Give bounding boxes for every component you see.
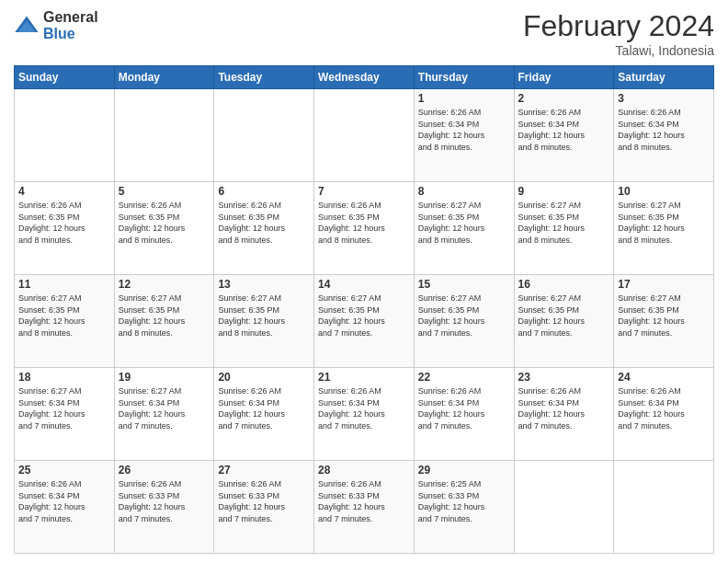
subtitle: Talawi, Indonesia <box>523 43 714 58</box>
day-info: Sunrise: 6:26 AM Sunset: 6:34 PM Dayligh… <box>418 107 510 153</box>
calendar-week-row: 4Sunrise: 6:26 AM Sunset: 6:35 PM Daylig… <box>15 182 714 275</box>
calendar-cell: 14Sunrise: 6:27 AM Sunset: 6:35 PM Dayli… <box>314 275 415 368</box>
calendar-week-row: 25Sunrise: 6:26 AM Sunset: 6:34 PM Dayli… <box>15 461 714 554</box>
day-number: 24 <box>618 371 710 384</box>
day-info: Sunrise: 6:27 AM Sunset: 6:35 PM Dayligh… <box>618 293 710 339</box>
day-number: 5 <box>119 185 210 198</box>
calendar-cell: 6Sunrise: 6:26 AM Sunset: 6:35 PM Daylig… <box>214 182 314 275</box>
calendar-cell: 16Sunrise: 6:27 AM Sunset: 6:35 PM Dayli… <box>514 275 614 368</box>
calendar-cell: 21Sunrise: 6:26 AM Sunset: 6:34 PM Dayli… <box>314 368 415 461</box>
day-info: Sunrise: 6:27 AM Sunset: 6:35 PM Dayligh… <box>18 293 110 339</box>
calendar-cell <box>314 89 415 182</box>
day-info: Sunrise: 6:26 AM Sunset: 6:35 PM Dayligh… <box>218 200 310 246</box>
calendar-day-header: Friday <box>514 66 614 89</box>
logo-blue-text: Blue <box>43 26 98 42</box>
calendar-week-row: 1Sunrise: 6:26 AM Sunset: 6:34 PM Daylig… <box>15 89 714 182</box>
calendar-day-header: Wednesday <box>314 66 415 89</box>
day-info: Sunrise: 6:26 AM Sunset: 6:34 PM Dayligh… <box>618 385 710 431</box>
calendar-cell <box>214 89 314 182</box>
calendar-day-header: Sunday <box>15 66 115 89</box>
day-number: 11 <box>18 278 110 291</box>
calendar-cell <box>614 461 714 554</box>
calendar-cell: 1Sunrise: 6:26 AM Sunset: 6:34 PM Daylig… <box>414 89 514 182</box>
day-info: Sunrise: 6:26 AM Sunset: 6:34 PM Dayligh… <box>418 385 510 431</box>
title-block: February 2024 Talawi, Indonesia <box>523 9 714 58</box>
calendar-cell: 13Sunrise: 6:27 AM Sunset: 6:35 PM Dayli… <box>214 275 314 368</box>
header: General Blue February 2024 Talawi, Indon… <box>14 9 714 58</box>
day-number: 19 <box>119 371 210 384</box>
day-number: 21 <box>318 371 410 384</box>
calendar-cell: 25Sunrise: 6:26 AM Sunset: 6:34 PM Dayli… <box>15 461 115 554</box>
day-info: Sunrise: 6:27 AM Sunset: 6:35 PM Dayligh… <box>518 293 610 339</box>
calendar-cell: 26Sunrise: 6:26 AM Sunset: 6:33 PM Dayli… <box>114 461 214 554</box>
logo-icon <box>14 13 40 39</box>
calendar-day-header: Thursday <box>414 66 514 89</box>
day-number: 29 <box>418 464 510 477</box>
calendar-cell: 27Sunrise: 6:26 AM Sunset: 6:33 PM Dayli… <box>214 461 314 554</box>
page: General Blue February 2024 Talawi, Indon… <box>0 0 728 563</box>
day-info: Sunrise: 6:27 AM Sunset: 6:35 PM Dayligh… <box>318 293 410 339</box>
main-title: February 2024 <box>523 9 714 43</box>
calendar-cell: 8Sunrise: 6:27 AM Sunset: 6:35 PM Daylig… <box>414 182 514 275</box>
day-info: Sunrise: 6:26 AM Sunset: 6:34 PM Dayligh… <box>518 107 610 153</box>
calendar-cell: 9Sunrise: 6:27 AM Sunset: 6:35 PM Daylig… <box>514 182 614 275</box>
calendar-cell: 23Sunrise: 6:26 AM Sunset: 6:34 PM Dayli… <box>514 368 614 461</box>
calendar-day-header: Monday <box>114 66 214 89</box>
day-number: 12 <box>119 278 210 291</box>
day-info: Sunrise: 6:27 AM Sunset: 6:35 PM Dayligh… <box>518 200 610 246</box>
day-number: 3 <box>618 92 710 105</box>
day-info: Sunrise: 6:26 AM Sunset: 6:34 PM Dayligh… <box>218 385 310 431</box>
day-info: Sunrise: 6:26 AM Sunset: 6:35 PM Dayligh… <box>18 200 110 246</box>
day-number: 22 <box>418 371 510 384</box>
day-info: Sunrise: 6:26 AM Sunset: 6:33 PM Dayligh… <box>119 478 210 524</box>
day-number: 25 <box>18 464 110 477</box>
day-info: Sunrise: 6:26 AM Sunset: 6:34 PM Dayligh… <box>18 478 110 524</box>
day-number: 4 <box>18 185 110 198</box>
calendar-cell <box>15 89 115 182</box>
calendar-cell: 15Sunrise: 6:27 AM Sunset: 6:35 PM Dayli… <box>414 275 514 368</box>
day-number: 14 <box>318 278 410 291</box>
calendar-cell: 19Sunrise: 6:27 AM Sunset: 6:34 PM Dayli… <box>114 368 214 461</box>
day-number: 26 <box>119 464 210 477</box>
calendar-cell <box>114 89 214 182</box>
calendar-cell: 28Sunrise: 6:26 AM Sunset: 6:33 PM Dayli… <box>314 461 415 554</box>
day-number: 13 <box>218 278 310 291</box>
calendar-cell: 10Sunrise: 6:27 AM Sunset: 6:35 PM Dayli… <box>614 182 714 275</box>
calendar-cell: 7Sunrise: 6:26 AM Sunset: 6:35 PM Daylig… <box>314 182 415 275</box>
day-info: Sunrise: 6:25 AM Sunset: 6:33 PM Dayligh… <box>418 478 510 524</box>
calendar-week-row: 11Sunrise: 6:27 AM Sunset: 6:35 PM Dayli… <box>15 275 714 368</box>
day-info: Sunrise: 6:27 AM Sunset: 6:35 PM Dayligh… <box>418 293 510 339</box>
day-number: 17 <box>618 278 710 291</box>
calendar-table: SundayMondayTuesdayWednesdayThursdayFrid… <box>14 65 714 554</box>
day-info: Sunrise: 6:26 AM Sunset: 6:35 PM Dayligh… <box>119 200 210 246</box>
calendar-cell: 2Sunrise: 6:26 AM Sunset: 6:34 PM Daylig… <box>514 89 614 182</box>
calendar-cell: 5Sunrise: 6:26 AM Sunset: 6:35 PM Daylig… <box>114 182 214 275</box>
day-info: Sunrise: 6:27 AM Sunset: 6:34 PM Dayligh… <box>18 385 110 431</box>
calendar-day-header: Saturday <box>614 66 714 89</box>
day-number: 1 <box>418 92 510 105</box>
calendar-cell: 22Sunrise: 6:26 AM Sunset: 6:34 PM Dayli… <box>414 368 514 461</box>
day-info: Sunrise: 6:26 AM Sunset: 6:35 PM Dayligh… <box>318 200 410 246</box>
calendar-cell: 3Sunrise: 6:26 AM Sunset: 6:34 PM Daylig… <box>614 89 714 182</box>
day-number: 20 <box>218 371 310 384</box>
day-number: 28 <box>318 464 410 477</box>
day-number: 6 <box>218 185 310 198</box>
day-number: 2 <box>518 92 610 105</box>
day-number: 8 <box>418 185 510 198</box>
calendar-day-header: Tuesday <box>214 66 314 89</box>
day-info: Sunrise: 6:26 AM Sunset: 6:34 PM Dayligh… <box>518 385 610 431</box>
day-number: 18 <box>18 371 110 384</box>
day-info: Sunrise: 6:26 AM Sunset: 6:33 PM Dayligh… <box>218 478 310 524</box>
day-number: 15 <box>418 278 510 291</box>
calendar-week-row: 18Sunrise: 6:27 AM Sunset: 6:34 PM Dayli… <box>15 368 714 461</box>
day-number: 10 <box>618 185 710 198</box>
calendar-cell: 29Sunrise: 6:25 AM Sunset: 6:33 PM Dayli… <box>414 461 514 554</box>
calendar-cell: 4Sunrise: 6:26 AM Sunset: 6:35 PM Daylig… <box>15 182 115 275</box>
calendar-cell: 24Sunrise: 6:26 AM Sunset: 6:34 PM Dayli… <box>614 368 714 461</box>
day-number: 16 <box>518 278 610 291</box>
day-info: Sunrise: 6:27 AM Sunset: 6:35 PM Dayligh… <box>418 200 510 246</box>
day-number: 27 <box>218 464 310 477</box>
day-number: 23 <box>518 371 610 384</box>
day-number: 7 <box>318 185 410 198</box>
calendar-cell: 17Sunrise: 6:27 AM Sunset: 6:35 PM Dayli… <box>614 275 714 368</box>
